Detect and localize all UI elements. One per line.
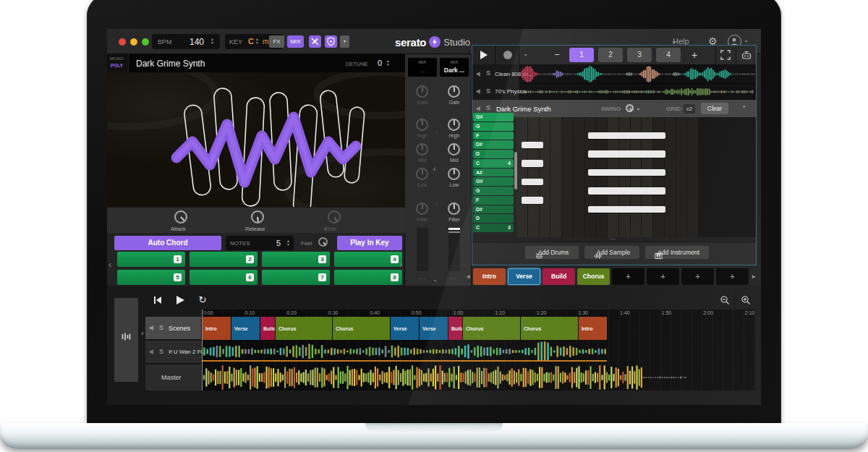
zoom-out-button[interactable] bbox=[715, 291, 735, 309]
zoom-window-button[interactable] bbox=[142, 38, 149, 46]
timeline-skip-start-button[interactable] bbox=[147, 291, 169, 309]
midi-note[interactable] bbox=[588, 169, 665, 176]
piano-key-D#[interactable]: D# bbox=[473, 140, 514, 149]
play-in-key-button[interactable]: Play In Key bbox=[337, 236, 402, 250]
midi-note[interactable] bbox=[522, 160, 543, 167]
scene-segment-verse[interactable]: Verse bbox=[420, 317, 448, 340]
scenes-track-name-cell[interactable]: S Scenes bbox=[145, 317, 201, 340]
low-knob[interactable] bbox=[448, 168, 460, 180]
channel-fader[interactable] bbox=[416, 227, 429, 272]
pad-6[interactable]: 6 bbox=[190, 270, 258, 285]
fx-button[interactable]: FX bbox=[269, 35, 284, 48]
play-button[interactable] bbox=[472, 46, 495, 64]
scene-tab-build[interactable]: Build bbox=[542, 268, 575, 285]
pad-3[interactable]: 3 bbox=[262, 252, 330, 267]
solo-icon[interactable]: S bbox=[159, 324, 163, 331]
piano-key-G[interactable]: G bbox=[473, 122, 514, 131]
selected-track-header[interactable]: S Dark Grime Synth SWING ▾ GRID x2 Clear… bbox=[472, 100, 756, 117]
detune-stepper[interactable]: ▲▼ bbox=[386, 59, 390, 67]
low-knob[interactable] bbox=[416, 168, 428, 180]
zoom-in-button[interactable] bbox=[736, 291, 756, 309]
pads-chevron-left-icon[interactable]: ‹ bbox=[109, 259, 111, 270]
add-instrument-button[interactable]: Add Instrument bbox=[645, 246, 709, 259]
controller-shield-icon[interactable] bbox=[325, 35, 337, 48]
channel-fader[interactable] bbox=[448, 227, 461, 272]
clear-button[interactable]: Clear bbox=[701, 103, 728, 114]
scene-tab-+[interactable]: + bbox=[647, 268, 679, 285]
bar-button-3[interactable]: 3 bbox=[627, 48, 652, 62]
feel-knob[interactable] bbox=[318, 237, 328, 247]
midi-note[interactable] bbox=[588, 187, 665, 195]
scene-segment-chorus[interactable]: Chorus bbox=[521, 317, 578, 340]
gain-knob[interactable] bbox=[448, 85, 460, 98]
piano-key-F[interactable]: F bbox=[473, 132, 514, 140]
solo-icon[interactable]: S bbox=[486, 69, 490, 77]
solo-icon[interactable]: S bbox=[486, 104, 490, 111]
filter-knob[interactable] bbox=[416, 202, 428, 215]
scene-tab-chorus[interactable]: Chorus bbox=[577, 268, 610, 285]
piano-roll-scrollbar[interactable] bbox=[514, 152, 517, 189]
timeline-loop-button[interactable]: ↻ bbox=[192, 291, 213, 309]
playhead[interactable] bbox=[202, 310, 203, 391]
midi-note[interactable] bbox=[588, 150, 665, 158]
scene-segment-build[interactable]: Build bbox=[260, 317, 275, 340]
piano-key-D[interactable]: D bbox=[473, 150, 514, 158]
midi-note[interactable] bbox=[588, 132, 665, 140]
notes-control[interactable]: NOTES 5 ▲▼ bbox=[226, 236, 294, 250]
collapse-track-icon[interactable]: ⌃ bbox=[741, 105, 747, 112]
add-drums-button[interactable]: Add Drums bbox=[525, 246, 579, 259]
scene-segment-verse[interactable]: Verse bbox=[391, 317, 419, 340]
bpm-control[interactable]: BPM 140 ▲▼ bbox=[152, 34, 220, 49]
piano-key-C3[interactable]: C3 bbox=[473, 223, 514, 232]
sidebar-expand-icon[interactable]: › bbox=[141, 328, 144, 337]
avatar-caret-icon[interactable]: ▾ bbox=[745, 38, 747, 43]
scene-segment-intro[interactable]: Intro bbox=[579, 317, 607, 340]
bar-button-2[interactable]: 2 bbox=[598, 48, 623, 62]
pad-8[interactable]: 8 bbox=[334, 270, 402, 285]
remove-bar-button[interactable]: − bbox=[549, 47, 565, 63]
strip-drag-dots[interactable]: ⋯ bbox=[440, 276, 469, 282]
mid-knob[interactable] bbox=[416, 143, 428, 155]
scene-segment-chorus[interactable]: Chorus bbox=[463, 317, 520, 340]
mid-knob[interactable] bbox=[448, 143, 460, 155]
high-knob[interactable] bbox=[416, 119, 428, 131]
add-bar-button[interactable]: + bbox=[686, 47, 702, 63]
pads-chevron-right-icon[interactable]: › bbox=[399, 259, 402, 270]
timeline-play-button[interactable] bbox=[169, 291, 191, 309]
track-row-clean808[interactable]: S Clean 808 dr... bbox=[472, 64, 756, 84]
scene-tab-+[interactable]: + bbox=[716, 268, 749, 285]
piano-key-F[interactable]: F bbox=[473, 196, 514, 205]
grid-value[interactable]: x2 bbox=[684, 104, 695, 114]
record-options-caret-icon[interactable]: ▾ bbox=[520, 46, 531, 64]
key-stepper[interactable]: ▲▼ bbox=[255, 38, 259, 45]
notes-stepper[interactable]: ▲▼ bbox=[286, 239, 290, 247]
scene-tab-intro[interactable]: Intro bbox=[473, 268, 506, 285]
bar-button-4[interactable]: 4 bbox=[656, 48, 681, 62]
scene-segment-build[interactable]: Build bbox=[448, 317, 462, 340]
scene-segment-verse[interactable]: Verse bbox=[231, 317, 260, 340]
scene-segment-intro[interactable]: Intro bbox=[203, 317, 231, 340]
piano-key-A#[interactable]: A# bbox=[473, 169, 514, 177]
piano-key-D[interactable]: D bbox=[473, 214, 514, 223]
audio-track-name-cell[interactable]: S If U Wan 2 Fi... bbox=[145, 341, 201, 364]
record-button[interactable] bbox=[496, 46, 519, 64]
swing-caret-icon[interactable]: ▾ bbox=[637, 106, 639, 111]
release-knob[interactable] bbox=[251, 210, 264, 223]
midi-note[interactable] bbox=[522, 179, 543, 186]
midi-note[interactable] bbox=[522, 197, 543, 204]
scene-segment-chorus[interactable]: Chorus bbox=[276, 317, 332, 340]
gain-knob[interactable] bbox=[416, 85, 428, 98]
scene-tab-+[interactable]: + bbox=[681, 268, 714, 285]
bpm-stepper[interactable]: ▲▼ bbox=[210, 38, 214, 45]
attack-knob[interactable] bbox=[174, 210, 187, 223]
scene-tab-verse[interactable]: Verse bbox=[508, 268, 540, 285]
solo-icon[interactable]: S bbox=[159, 348, 163, 355]
midi-note[interactable] bbox=[588, 206, 665, 213]
piano-key-C4[interactable]: C4 bbox=[473, 159, 514, 168]
glide-knob[interactable] bbox=[328, 210, 341, 223]
minimize-window-button[interactable] bbox=[130, 38, 137, 46]
pad-7[interactable]: 7 bbox=[262, 270, 330, 285]
swing-knob[interactable] bbox=[626, 104, 634, 112]
close-window-button[interactable] bbox=[119, 38, 126, 46]
pad-1[interactable]: 1 bbox=[117, 252, 185, 267]
